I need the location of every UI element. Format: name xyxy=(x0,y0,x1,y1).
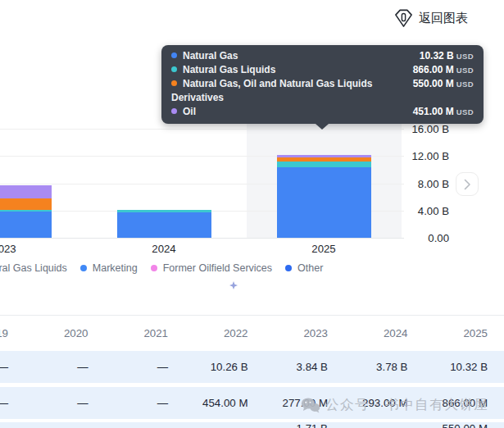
chart-next-button[interactable] xyxy=(456,172,479,196)
column-header: 2020 xyxy=(8,327,89,339)
tooltip-amount: 451.00 M xyxy=(413,106,454,117)
table-cell: — xyxy=(0,361,8,373)
table-row: ———10.26 B3.84 B3.78 B10.32 B xyxy=(0,351,504,383)
table-cell: — xyxy=(89,361,169,373)
bar-segment-natural-gas[interactable] xyxy=(117,212,211,238)
table-cell: 3.84 B xyxy=(248,361,329,373)
table-cell: — xyxy=(89,422,169,428)
tooltip-value: 451.00 MUSD xyxy=(413,105,474,119)
bar-segment-natural-gas-liquids[interactable] xyxy=(117,210,211,212)
column-header: 2023 xyxy=(248,327,329,339)
legend-dot xyxy=(151,265,157,271)
series-dot-natural-gas xyxy=(171,52,177,58)
gridline xyxy=(0,129,404,130)
x-axis-category-label: 2023 xyxy=(0,243,29,255)
tooltip-row: Natural Gas, Oil and Natural Gas Liquids… xyxy=(171,77,474,105)
bar-segment-natural-gas-liquids[interactable] xyxy=(277,162,371,167)
tooltip-value: 10.32 BUSD xyxy=(420,49,474,63)
y-axis-tick-label: 0.00 xyxy=(404,232,449,244)
table-cell: — xyxy=(8,422,89,428)
legend-label: Marketing xyxy=(93,262,138,274)
legend-label: Former Oilfield Services xyxy=(163,262,272,274)
bar-segment-natural-gas-liquids[interactable] xyxy=(0,210,52,212)
tooltip-amount: 866.00 M xyxy=(413,64,454,75)
bar-segment-oil[interactable] xyxy=(277,155,371,158)
table-cell: — xyxy=(89,397,169,409)
tooltip-label: Natural Gas, Oil and Natural Gas Liquids… xyxy=(171,78,372,103)
bar-segment-natural-gas-oil-and-natural-gas-liquids-derivatives[interactable] xyxy=(0,198,52,210)
table-cell: 1.71 B xyxy=(248,422,329,428)
chart-tooltip: Natural Gas 10.32 BUSD Natural Gas Liqui… xyxy=(161,45,484,124)
table-cell: 454.00 M xyxy=(168,397,248,409)
tooltip-value: 866.00 MUSD xyxy=(413,63,474,77)
table-cell: 550.00 M xyxy=(408,422,488,428)
bar-segment-natural-gas[interactable] xyxy=(0,212,52,238)
bar-segment-natural-gas[interactable] xyxy=(277,167,371,238)
legend-dot xyxy=(80,265,87,271)
table-cell: — xyxy=(0,422,8,428)
table-cell: — xyxy=(8,397,89,409)
series-dot-natural-gas-liquids xyxy=(171,66,177,72)
table-cell: 3.78 B xyxy=(328,361,408,373)
tooltip-unit: USD xyxy=(456,107,474,116)
legend-item-former-oilfield-services[interactable]: Former Oilfield Services xyxy=(151,262,272,274)
watermark-text: 公众号 · 书中自有大饼屋 xyxy=(325,396,488,414)
tooltip-label: Natural Gas Liquids xyxy=(183,64,275,75)
tooltip-value: 550.00 MUSD xyxy=(413,77,474,91)
gridline xyxy=(0,238,404,239)
tooltip-unit: USD xyxy=(456,66,474,75)
y-axis-tick-label: 16.00 B xyxy=(404,123,449,135)
legend-label: Natural Gas Liquids xyxy=(0,262,67,274)
column-header: 2025 xyxy=(408,327,488,339)
y-axis-tick-label: 12.00 B xyxy=(404,150,449,162)
tooltip-amount: 550.00 M xyxy=(413,78,454,89)
table-row: ————1.71 B—550.00 M xyxy=(0,422,504,428)
y-axis-tick-label: 4.00 B xyxy=(404,204,449,216)
table-cell: — xyxy=(168,422,248,428)
tooltip-label: Oil xyxy=(183,106,196,117)
chevron-right-icon xyxy=(464,179,471,190)
x-axis-category-label: 2025 xyxy=(299,243,348,255)
tooltip-row: Natural Gas 10.32 BUSD xyxy=(171,49,474,63)
column-header: 2019 xyxy=(0,327,8,339)
bar-segment-natural-gas-oil-and-natural-gas-liquids-derivatives[interactable] xyxy=(277,157,371,162)
legend-dot xyxy=(285,265,292,271)
bar-segment-oil[interactable] xyxy=(0,185,52,198)
table-cell: — xyxy=(0,397,8,409)
table-cell: — xyxy=(8,361,89,373)
series-dot-oil xyxy=(171,108,177,114)
legend-item-natural-gas-liquids[interactable]: Natural Gas Liquids xyxy=(0,262,67,274)
table-cell: — xyxy=(328,422,408,428)
wechat-bubbles-icon xyxy=(301,397,320,413)
legend-item-other[interactable]: Other xyxy=(285,262,323,274)
column-header: 2024 xyxy=(328,327,408,339)
legend-label: Other xyxy=(297,262,323,274)
app-screen: 返回图表 16.00 B12.00 B8.00 B4.00 B0.0020232… xyxy=(0,0,504,428)
table-cell: 10.26 B xyxy=(168,361,248,373)
tooltip-unit: USD xyxy=(456,80,474,89)
legend-item-marketing[interactable]: Marketing xyxy=(80,262,138,274)
table-cell: 10.32 B xyxy=(408,361,488,373)
sparkle-icon xyxy=(229,278,238,293)
tooltip-label: Natural Gas xyxy=(183,50,238,61)
y-axis-tick-label: 8.00 B xyxy=(404,177,449,189)
tooltip-row: Oil 451.00 MUSD xyxy=(171,105,474,119)
chart-legend: Natural Gas Liquids Marketing Former Oil… xyxy=(0,262,323,274)
tooltip-amount: 10.32 B xyxy=(420,50,454,61)
tooltip-unit: USD xyxy=(456,52,474,61)
watermark: 公众号 · 书中自有大饼屋 xyxy=(301,396,488,414)
column-header: 2022 xyxy=(168,327,248,339)
table-header-row: 2019202020212022202320242025 xyxy=(0,316,488,351)
series-dot-derivatives xyxy=(171,80,177,86)
column-header: 2021 xyxy=(89,327,169,339)
tooltip-caret xyxy=(316,124,329,130)
tooltip-row: Natural Gas Liquids 866.00 MUSD xyxy=(171,63,474,77)
x-axis-category-label: 2024 xyxy=(139,243,188,255)
